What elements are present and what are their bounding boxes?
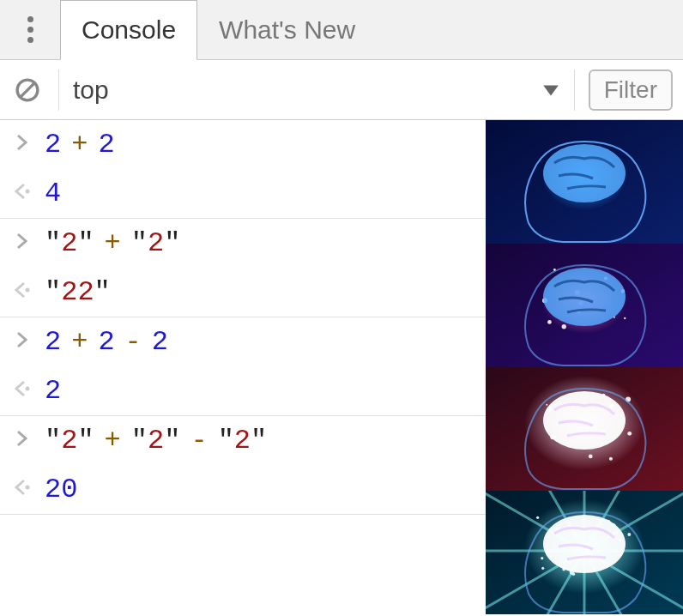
filter-input[interactable]: Filter bbox=[589, 69, 673, 111]
meme-image-column bbox=[486, 120, 683, 614]
output-prompt-icon bbox=[12, 375, 33, 407]
code-token: " bbox=[77, 227, 94, 259]
code-token: " bbox=[164, 227, 180, 259]
code-token: 2 bbox=[61, 425, 77, 456]
svg-point-66 bbox=[543, 515, 626, 573]
code-token: " bbox=[218, 425, 234, 456]
console-entry: 2+24 bbox=[0, 120, 486, 219]
input-prompt-icon bbox=[12, 129, 33, 160]
code-token: 4 bbox=[45, 178, 61, 209]
output-prompt-icon bbox=[12, 276, 33, 308]
code-token: 20 bbox=[45, 474, 77, 505]
console-entries: 2+24"2"+"2""22"2+2-22"2"+"2"-"2"20 bbox=[0, 120, 486, 614]
console-input-code: 2+2-2 bbox=[45, 326, 168, 358]
svg-point-9 bbox=[543, 144, 626, 202]
execution-context-select[interactable]: top bbox=[58, 69, 575, 111]
code-token: - bbox=[190, 425, 207, 456]
no-entry-icon bbox=[13, 75, 42, 105]
code-token: + bbox=[71, 129, 88, 160]
code-token: 2 bbox=[152, 326, 168, 358]
console-entry: 2+2-22 bbox=[0, 317, 486, 416]
tab-whats-new-label: What's New bbox=[219, 15, 355, 45]
kebab-menu-icon[interactable] bbox=[0, 16, 60, 43]
svg-point-5 bbox=[26, 387, 30, 391]
code-token: " bbox=[45, 425, 61, 456]
console-output-row: 20 bbox=[0, 465, 486, 514]
svg-point-39 bbox=[543, 391, 626, 450]
svg-point-3 bbox=[26, 190, 30, 194]
code-token: 2 bbox=[45, 326, 61, 358]
tab-whats-new[interactable]: What's New bbox=[197, 0, 377, 59]
input-prompt-icon bbox=[12, 425, 33, 456]
code-token: + bbox=[71, 326, 88, 358]
code-token: 2 bbox=[98, 326, 114, 358]
svg-point-24 bbox=[543, 268, 626, 326]
code-token: - bbox=[125, 326, 142, 358]
code-token: + bbox=[105, 425, 121, 456]
code-token: " bbox=[251, 425, 267, 456]
brain-meme-level-2 bbox=[486, 244, 683, 367]
svg-point-4 bbox=[26, 288, 30, 293]
code-token: 2 bbox=[148, 425, 164, 456]
code-token: 2 bbox=[61, 227, 77, 259]
filter-placeholder: Filter bbox=[604, 76, 657, 103]
chevron-down-icon bbox=[541, 81, 560, 100]
console-entry: "2"+"2"-"2"20 bbox=[0, 416, 486, 515]
clear-console-button[interactable] bbox=[10, 73, 45, 107]
code-token: " bbox=[77, 425, 94, 456]
console-output-row: 4 bbox=[0, 169, 486, 218]
svg-point-17 bbox=[624, 317, 626, 319]
console-output-code: 20 bbox=[45, 474, 77, 505]
console-output-code: 2 bbox=[45, 375, 61, 407]
code-token: 22 bbox=[61, 276, 94, 308]
brain-meme-level-1 bbox=[486, 120, 683, 244]
console-input-code: "2"+"2"-"2" bbox=[45, 425, 267, 456]
code-token: " bbox=[94, 276, 111, 308]
output-prompt-icon bbox=[12, 474, 33, 505]
code-token: " bbox=[45, 276, 61, 308]
console-input-row[interactable]: 2+2 bbox=[0, 120, 486, 169]
code-token: 2 bbox=[148, 227, 164, 259]
console-input-code: "2"+"2" bbox=[45, 227, 180, 259]
console-output-code: 4 bbox=[45, 178, 61, 209]
console-input-row[interactable]: 2+2-2 bbox=[0, 317, 486, 366]
devtools-tab-bar: Console What's New bbox=[0, 0, 683, 60]
console-output-row: "22" bbox=[0, 268, 486, 317]
console-body: 2+24"2"+"2""22"2+2-22"2"+"2"-"2"20 bbox=[0, 120, 683, 614]
code-token: + bbox=[105, 227, 121, 259]
console-output-code: "22" bbox=[45, 276, 111, 308]
brain-meme-level-3 bbox=[486, 367, 683, 491]
console-input-code: 2+2 bbox=[45, 129, 115, 160]
execution-context-value: top bbox=[73, 75, 109, 105]
console-entry: "2"+"2""22" bbox=[0, 219, 486, 317]
tab-console-label: Console bbox=[82, 15, 176, 45]
svg-point-6 bbox=[26, 486, 30, 490]
brain-meme-level-4 bbox=[486, 491, 683, 614]
console-output-row: 2 bbox=[0, 366, 486, 415]
code-token: 2 bbox=[45, 129, 61, 160]
code-token: 2 bbox=[234, 425, 251, 456]
code-token: " bbox=[45, 227, 61, 259]
input-prompt-icon bbox=[12, 326, 33, 358]
console-toolbar: top Filter bbox=[0, 60, 683, 120]
code-token: 2 bbox=[45, 375, 61, 407]
code-token: " bbox=[131, 425, 148, 456]
tab-console[interactable]: Console bbox=[60, 0, 197, 60]
code-token: " bbox=[164, 425, 180, 456]
svg-marker-2 bbox=[543, 85, 559, 95]
code-token: 2 bbox=[98, 129, 114, 160]
code-token: " bbox=[131, 227, 148, 259]
output-prompt-icon bbox=[12, 178, 33, 209]
svg-line-1 bbox=[20, 82, 36, 98]
input-prompt-icon bbox=[12, 227, 33, 259]
console-input-row[interactable]: "2"+"2" bbox=[0, 219, 486, 268]
tab-strip: Console What's New bbox=[60, 0, 377, 59]
console-input-row[interactable]: "2"+"2"-"2" bbox=[0, 416, 486, 465]
